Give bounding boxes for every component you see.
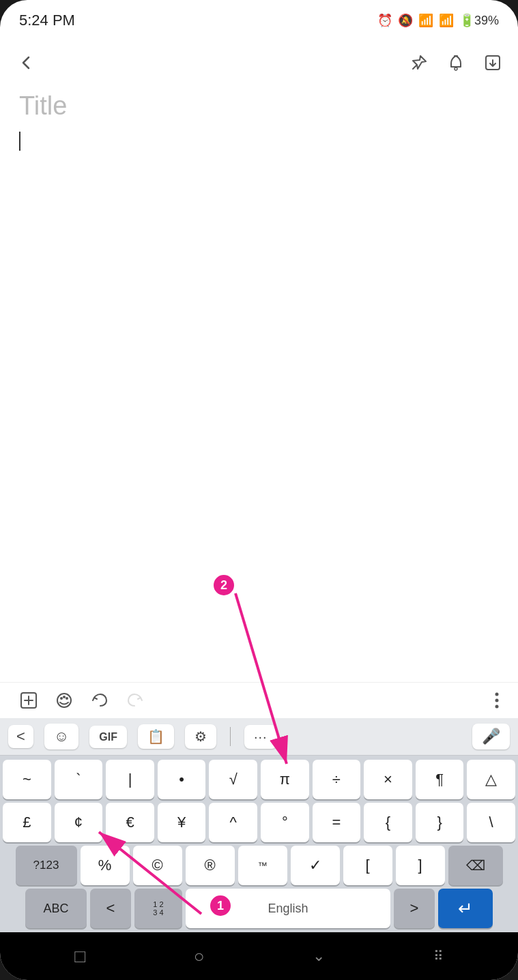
svg-point-13 bbox=[495, 705, 499, 709]
nav-grid-icon[interactable]: ⠿ bbox=[433, 948, 444, 964]
status-bar: 5:24 PM ⏰ 🔕 📶 📶 🔋39% bbox=[0, 0, 518, 41]
key-open-brace[interactable]: { bbox=[364, 803, 412, 842]
key-equals[interactable]: = bbox=[313, 803, 361, 842]
undo-button[interactable] bbox=[90, 691, 109, 710]
key-cent[interactable]: ¢ bbox=[55, 803, 103, 842]
key-bullet[interactable]: • bbox=[158, 760, 206, 799]
signal-icon: 📶 bbox=[439, 13, 454, 28]
key-num-toggle[interactable]: ?123 bbox=[16, 846, 77, 885]
key-euro[interactable]: € bbox=[106, 803, 154, 842]
wifi-icon: 📶 bbox=[418, 13, 433, 28]
svg-point-9 bbox=[63, 696, 66, 698]
key-sqrt[interactable]: √ bbox=[209, 760, 257, 799]
key-abc-toggle[interactable]: ABC bbox=[25, 889, 87, 928]
keyboard-row-2: £ ¢ € ¥ ^ ° = { } \ bbox=[3, 803, 515, 842]
kb-emoji-button[interactable]: ☺ bbox=[44, 724, 78, 749]
nav-circle-icon[interactable]: ○ bbox=[194, 946, 205, 967]
key-times[interactable]: × bbox=[364, 760, 412, 799]
key-pound[interactable]: £ bbox=[3, 803, 51, 842]
key-pi[interactable]: π bbox=[261, 760, 309, 799]
save-button[interactable] bbox=[484, 54, 502, 72]
bottom-toolbar bbox=[0, 682, 518, 718]
redo-button[interactable] bbox=[126, 691, 145, 710]
kb-mic-button[interactable]: 🎤 bbox=[472, 724, 510, 749]
key-backtick[interactable]: ` bbox=[55, 760, 103, 799]
kb-separator bbox=[230, 727, 231, 746]
key-backspace[interactable]: ⌫ bbox=[448, 846, 503, 885]
battery-icon: 🔋39% bbox=[459, 13, 499, 28]
keyboard-rows: ~ ` | • √ π ÷ × ¶ △ £ ¢ bbox=[0, 756, 518, 932]
key-open-bracket[interactable]: [ bbox=[343, 846, 392, 885]
kb-gif-button[interactable]: GIF bbox=[89, 726, 127, 748]
nav-square-icon[interactable]: □ bbox=[74, 946, 85, 967]
bottom-nav: □ ○ ⌄ ⠿ bbox=[0, 932, 518, 980]
key-pilcrow[interactable]: ¶ bbox=[416, 760, 464, 799]
more-options-button[interactable] bbox=[495, 691, 499, 710]
key-backslash[interactable]: \ bbox=[467, 803, 515, 842]
key-close-bracket[interactable]: ] bbox=[396, 846, 445, 885]
palette-button[interactable] bbox=[55, 691, 74, 710]
keyboard-row-4: ABC < 1 2 3 4 English > ↵ bbox=[3, 889, 515, 928]
nav-back-icon[interactable]: ⌄ bbox=[313, 947, 325, 965]
kb-settings-button[interactable]: ⚙ bbox=[185, 724, 216, 749]
add-content-button[interactable] bbox=[19, 691, 38, 710]
key-percent[interactable]: % bbox=[81, 846, 130, 885]
kb-back-button[interactable]: < bbox=[8, 725, 33, 748]
kb-more-button[interactable]: ··· bbox=[244, 725, 277, 749]
svg-point-1 bbox=[455, 68, 457, 70]
key-copyright[interactable]: © bbox=[133, 846, 182, 885]
svg-point-10 bbox=[66, 697, 68, 700]
key-caret[interactable]: ^ bbox=[209, 803, 257, 842]
key-1234[interactable]: 1 2 3 4 bbox=[134, 889, 182, 928]
keyboard-row-1: ~ ` | • √ π ÷ × ¶ △ bbox=[3, 760, 515, 799]
back-button[interactable] bbox=[16, 53, 35, 72]
keyboard: < ☺ GIF 📋 ⚙ ··· 🎤 ~ bbox=[0, 718, 518, 932]
key-space[interactable]: English bbox=[186, 889, 390, 928]
key-triangle[interactable]: △ bbox=[467, 760, 515, 799]
key-tilde[interactable]: ~ bbox=[3, 760, 51, 799]
key-gt[interactable]: > bbox=[394, 889, 435, 928]
key-close-brace[interactable]: } bbox=[416, 803, 464, 842]
svg-point-8 bbox=[60, 697, 63, 700]
key-enter[interactable]: ↵ bbox=[438, 889, 493, 928]
key-divide[interactable]: ÷ bbox=[313, 760, 361, 799]
key-registered[interactable]: ® bbox=[186, 846, 235, 885]
mute-icon: 🔕 bbox=[398, 13, 413, 28]
notification-button[interactable] bbox=[447, 54, 465, 72]
note-title-placeholder: Title bbox=[19, 91, 499, 121]
kb-clipboard-button[interactable]: 📋 bbox=[138, 724, 174, 749]
key-checkmark[interactable]: ✓ bbox=[291, 846, 340, 885]
status-icons: ⏰ 🔕 📶 📶 🔋39% bbox=[377, 13, 499, 28]
pin-button[interactable] bbox=[410, 54, 428, 72]
key-trademark[interactable]: ™ bbox=[238, 846, 287, 885]
svg-line-0 bbox=[413, 65, 416, 69]
status-time: 5:24 PM bbox=[19, 12, 75, 29]
svg-point-11 bbox=[495, 693, 499, 696]
key-yen[interactable]: ¥ bbox=[158, 803, 206, 842]
key-lt[interactable]: < bbox=[90, 889, 131, 928]
keyboard-row-3: ?123 % © ® ™ ✓ [ ] ⌫ bbox=[3, 846, 515, 885]
app-toolbar bbox=[0, 41, 518, 85]
alarm-icon: ⏰ bbox=[377, 13, 392, 28]
key-degree[interactable]: ° bbox=[261, 803, 309, 842]
svg-point-12 bbox=[495, 699, 499, 702]
keyboard-top-bar: < ☺ GIF 📋 ⚙ ··· 🎤 bbox=[0, 718, 518, 756]
text-cursor bbox=[19, 132, 20, 151]
toolbar-right bbox=[410, 54, 502, 72]
key-pipe[interactable]: | bbox=[106, 760, 154, 799]
note-area[interactable]: Title bbox=[0, 85, 518, 682]
